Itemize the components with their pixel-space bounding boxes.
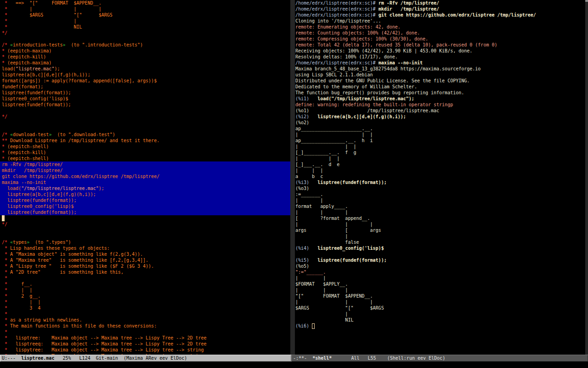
scrollbar-thumb[interactable]: [585, 0, 588, 2]
modeline-right-buffer-name[interactable]: *shell*: [312, 356, 332, 361]
shell-line[interactable]: (%o1) /tmp/lisptree/lisptree.mac: [295, 108, 585, 114]
shell-line[interactable]: Receiving objects: 100% (42/42), 23.90 K…: [295, 48, 585, 54]
editor-line[interactable]: * |: [0, 18, 290, 24]
shell-line[interactable]: /home/edrx/lisptree(edrx:sc)# maxima --n…: [295, 60, 585, 66]
editor-line[interactable]: * $ARGS "[" $ARGS: [0, 12, 290, 18]
shell-line[interactable]: a b c: [295, 173, 585, 179]
editor-line[interactable]: */: [0, 30, 290, 36]
shell-line[interactable]: :=_______.: [295, 191, 585, 197]
editor-line[interactable]: * | | |: [0, 6, 290, 12]
editor-line[interactable]: format([args]) := apply(?format, append(…: [0, 78, 290, 84]
editor-line[interactable]: * (eepitch-maxima): [0, 48, 290, 54]
shell-line[interactable]: The function bug_report() provides bug r…: [295, 90, 585, 96]
editor-line[interactable]: lisptree(fundef(format));: [0, 197, 290, 203]
modeline-left-buffer-name[interactable]: lisptree.mac: [21, 356, 54, 361]
shell-line[interactable]: ap______________________.__.: [295, 126, 585, 132]
editor-line[interactable]: * NIL: [0, 24, 290, 30]
shell-line[interactable]: |: [295, 233, 585, 239]
editor-line[interactable]: load("/tmp/lisptree/lisptree.mac");: [0, 185, 290, 191]
shell-line[interactable]: NIL: [295, 317, 585, 323]
editor-line[interactable]: [0, 108, 290, 114]
shell-line[interactable]: (%o3): [295, 185, 585, 191]
shell-line[interactable]: using Lisp SBCL 2.1.1.debian: [295, 72, 585, 78]
editor-line[interactable]: rm -Rfv /tmp/lisptree/: [0, 161, 290, 167]
shell-line[interactable]: Distributed under the GNU Public License…: [295, 78, 585, 84]
shell-line[interactable]: [295, 251, 585, 257]
shell-line[interactable]: /home/edrx/lisptree(edrx:sc)# rm -Rfv /t…: [295, 0, 585, 6]
shell-line[interactable]: Dedicated to the memory of William Schel…: [295, 84, 585, 90]
editor-line[interactable]: [0, 126, 290, 132]
editor-line[interactable]: [0, 120, 290, 126]
modeline-left[interactable]: U:--- lisptree.mac 25% L124 Git-main (Ma…: [0, 355, 291, 362]
shell-line[interactable]: (%i2) lisptree(a[b,c][d,e](f,g)(h,i));: [295, 114, 585, 120]
editor-line[interactable]: mkdir /tmp/lisptree/: [0, 167, 290, 173]
shell-line[interactable]: | |: [295, 197, 585, 203]
editor-line[interactable]: *: [0, 275, 290, 281]
shell-line[interactable]: | | |: [295, 132, 585, 138]
editor-line[interactable]: *: [0, 329, 290, 335]
editor-line[interactable]: * f__.: [0, 281, 290, 287]
editor-line[interactable]: load("lisptree.mac");: [0, 66, 290, 72]
editor-line[interactable]: * 2 g__.: [0, 293, 290, 299]
editor-window-lisptree[interactable]: * ==> "[" FORMAT $APPEND__. * | | | * $A…: [0, 0, 290, 355]
shell-line[interactable]: $ARGS "[" $ARGS: [295, 305, 585, 311]
editor-line[interactable]: * ==> "[" FORMAT $APPEND__.: [0, 0, 290, 6]
editor-line[interactable]: [0, 36, 290, 42]
minibuffer[interactable]: [0, 362, 588, 368]
editor-line[interactable]: * A "Maxima tree" is something like [f,2…: [0, 257, 290, 263]
window-divider[interactable]: [290, 0, 295, 355]
shell-line[interactable]: define: warning: redefining the built-in…: [295, 102, 585, 108]
shell-line[interactable]: (%o5): [295, 263, 585, 269]
editor-line[interactable]: /* «introduction-tests» (to ".introducti…: [0, 42, 290, 48]
shell-line[interactable]: (%o2): [295, 120, 585, 126]
shell-line[interactable]: remote: Compressing objects: 100% (30/30…: [295, 36, 585, 42]
editor-line[interactable]: * A "2D tree" is something like this,: [0, 269, 290, 275]
editor-line[interactable]: [0, 227, 290, 233]
editor-line[interactable]: * (eepitch-maxima): [0, 60, 290, 66]
editor-line[interactable]: * as a string with newlines.: [0, 317, 290, 323]
shell-line[interactable]: false: [295, 239, 585, 245]
shell-line[interactable]: (%i4) lisptree0_config('lisp)$: [295, 245, 585, 251]
editor-line[interactable]: maxima --no-init: [0, 179, 290, 185]
shell-line[interactable]: /home/edrx/lisptree(edrx:sc)# mkdir /tmp…: [295, 6, 585, 12]
shell-line[interactable]: (%i6): [295, 323, 585, 329]
shell-line[interactable]: remote: Total 42 (delta 17), reused 35 (…: [295, 42, 585, 48]
shell-line[interactable]: args [ args: [295, 227, 585, 233]
shell-line[interactable]: "[" FORMAT $APPEND__.: [295, 293, 585, 299]
shell-line[interactable]: | | |: [295, 209, 585, 215]
editor-line[interactable]: */: [0, 221, 290, 227]
editor-line[interactable]: [0, 215, 290, 221]
shell-line[interactable]: ":="______.: [295, 269, 585, 275]
editor-line[interactable]: * Lisp handles these types of objects:: [0, 245, 290, 251]
editor-line[interactable]: */: [0, 114, 290, 120]
shell-line[interactable]: (%i5) lisptree(fundef(format));: [295, 257, 585, 263]
editor-line[interactable]: * The main functions in this file do the…: [0, 323, 290, 329]
editor-line[interactable]: /* «download-test» (to ".download-test"): [0, 132, 290, 138]
shell-line[interactable]: remote: Enumerating objects: 42, done.: [295, 24, 585, 30]
editor-line[interactable]: ** Download Lisptree in /tmp/lisptree/ a…: [0, 138, 290, 144]
editor-line[interactable]: [0, 233, 290, 239]
shell-line[interactable]: Maxima branch_5_48_base_13_g382754da8 ht…: [295, 66, 585, 72]
editor-line[interactable]: * | |: [0, 287, 290, 293]
shell-line[interactable]: Cloning into '/tmp/lisptree'...: [295, 18, 585, 24]
shell-line[interactable]: | | |: [295, 287, 585, 293]
shell-line[interactable]: /home/edrx/lisptree(edrx:sc)# git clone …: [295, 12, 585, 18]
editor-line[interactable]: lisptree(fundef(format));: [0, 209, 290, 215]
shell-line[interactable]: [ ?format append__.: [295, 215, 585, 221]
editor-line[interactable]: lisptree(a[b,c][d,e](f,g)(h,i));: [0, 72, 290, 78]
editor-line[interactable]: /* «types» (to ".types"): [0, 239, 290, 245]
editor-line[interactable]: * (eepitch-kill): [0, 150, 290, 155]
editor-line[interactable]: fundef(format);: [0, 84, 290, 90]
editor-line[interactable]: lisptree(fundef(format));: [0, 102, 290, 108]
editor-line[interactable]: * | |: [0, 299, 290, 305]
editor-line[interactable]: lisptree0_config('lisp)$: [0, 96, 290, 102]
editor-line[interactable]: * A "Maxima object" is something like f(…: [0, 251, 290, 257]
shell-line[interactable]: Resolving deltas: 100% (17/17), done.: [295, 54, 585, 60]
modeline-right[interactable]: -:**- *shell* All L55 (Shell:run eev ElD…: [291, 355, 588, 362]
shell-line[interactable]: | | |: [295, 221, 585, 227]
editor-line[interactable]: lisptree(a[b,c][d,e](f,g)(h,i));: [0, 191, 290, 197]
shell-line[interactable]: | | |: [295, 299, 585, 305]
editor-line[interactable]: lisptree0_config('lisp)$: [0, 203, 290, 209]
editor-line[interactable]: * (eepitch-shell): [0, 155, 290, 161]
editor-line[interactable]: * A "Lispy tree " is something like ($F …: [0, 263, 290, 269]
